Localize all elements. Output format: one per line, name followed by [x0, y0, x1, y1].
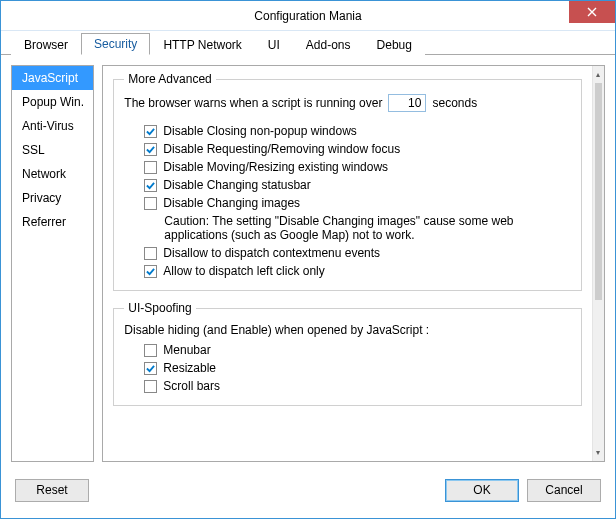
opt-disallow-contextmenu: Disallow to dispatch contextmenu events: [124, 244, 570, 262]
scroll-down-button[interactable]: ▾: [593, 444, 604, 461]
caution-text: Caution: The setting "Disable Changing i…: [124, 212, 570, 244]
opt-disable-images: Disable Changing images: [124, 194, 570, 212]
sidebar-item-javascript[interactable]: JavaScript: [12, 66, 93, 90]
opt-scrollbars: Scroll bars: [124, 377, 570, 395]
reset-button[interactable]: Reset: [15, 479, 89, 502]
footer: Reset OK Cancel: [1, 472, 615, 518]
opt-disable-moving: Disable Moving/Resizing existing windows: [124, 158, 570, 176]
spoof-desc: Disable hiding (and Enable) when opened …: [124, 321, 570, 341]
close-button[interactable]: [569, 1, 615, 23]
ok-button[interactable]: OK: [445, 479, 519, 502]
label-scrollbars: Scroll bars: [163, 379, 220, 393]
window-title: Configuration Mania: [254, 9, 361, 23]
opt-menubar: Menubar: [124, 341, 570, 359]
checkbox-disable-statusbar[interactable]: [144, 179, 157, 192]
sidebar-item-ssl[interactable]: SSL: [12, 138, 93, 162]
scroll-track[interactable]: [593, 83, 604, 444]
checkbox-disable-focus[interactable]: [144, 143, 157, 156]
sidebar: JavaScript Popup Win. Anti-Virus SSL Net…: [11, 65, 94, 462]
group-ui-spoofing: UI-Spoofing Disable hiding (and Enable) …: [113, 301, 581, 406]
label-resizable: Resizable: [163, 361, 216, 375]
tab-browser[interactable]: Browser: [11, 34, 81, 55]
scroll-thumb[interactable]: [595, 83, 602, 300]
warn-suffix: seconds: [432, 96, 477, 110]
checkbox-disable-images[interactable]: [144, 197, 157, 210]
label-disallow-contextmenu: Disallow to dispatch contextmenu events: [163, 246, 380, 260]
tab-addons[interactable]: Add-ons: [293, 34, 364, 55]
group-more-advanced: More Advanced The browser warns when a s…: [113, 72, 581, 291]
warn-row: The browser warns when a script is runni…: [124, 92, 570, 114]
label-disable-images: Disable Changing images: [163, 196, 300, 210]
tab-debug[interactable]: Debug: [364, 34, 425, 55]
tab-security[interactable]: Security: [81, 33, 150, 55]
scroll-up-button[interactable]: ▴: [593, 66, 604, 83]
sidebar-item-privacy[interactable]: Privacy: [12, 186, 93, 210]
legend-ui-spoofing: UI-Spoofing: [124, 301, 195, 315]
label-disable-statusbar: Disable Changing statusbar: [163, 178, 310, 192]
titlebar: Configuration Mania: [1, 1, 615, 31]
content-wrap: More Advanced The browser warns when a s…: [102, 65, 605, 462]
label-allow-leftclick: Allow to dispatch left click only: [163, 264, 324, 278]
body: JavaScript Popup Win. Anti-Virus SSL Net…: [1, 55, 615, 472]
sidebar-item-anti-virus[interactable]: Anti-Virus: [12, 114, 93, 138]
window: Configuration Mania Browser Security HTT…: [0, 0, 616, 519]
sidebar-item-network[interactable]: Network: [12, 162, 93, 186]
checkbox-scrollbars[interactable]: [144, 380, 157, 393]
opt-allow-leftclick: Allow to dispatch left click only: [124, 262, 570, 280]
chevron-up-icon: ▴: [596, 70, 600, 79]
opt-disable-statusbar: Disable Changing statusbar: [124, 176, 570, 194]
cancel-button[interactable]: Cancel: [527, 479, 601, 502]
label-menubar: Menubar: [163, 343, 210, 357]
legend-more-advanced: More Advanced: [124, 72, 215, 86]
content: More Advanced The browser warns when a s…: [103, 66, 591, 461]
scrollbar[interactable]: ▴ ▾: [592, 66, 604, 461]
checkbox-disable-moving[interactable]: [144, 161, 157, 174]
tab-ui[interactable]: UI: [255, 34, 293, 55]
sidebar-item-referrer[interactable]: Referrer: [12, 210, 93, 234]
sidebar-item-popup-win[interactable]: Popup Win.: [12, 90, 93, 114]
tab-http-network[interactable]: HTTP Network: [150, 34, 254, 55]
checkbox-disable-closing[interactable]: [144, 125, 157, 138]
chevron-down-icon: ▾: [596, 448, 600, 457]
warn-prefix: The browser warns when a script is runni…: [124, 96, 382, 110]
warn-seconds-input[interactable]: [388, 94, 426, 112]
checkbox-disallow-contextmenu[interactable]: [144, 247, 157, 260]
opt-disable-focus: Disable Requesting/Removing window focus: [124, 140, 570, 158]
close-icon: [587, 7, 597, 17]
tab-bar: Browser Security HTTP Network UI Add-ons…: [1, 31, 615, 55]
label-disable-focus: Disable Requesting/Removing window focus: [163, 142, 400, 156]
opt-resizable: Resizable: [124, 359, 570, 377]
opt-disable-closing: Disable Closing non-popup windows: [124, 122, 570, 140]
label-disable-moving: Disable Moving/Resizing existing windows: [163, 160, 388, 174]
checkbox-menubar[interactable]: [144, 344, 157, 357]
checkbox-allow-leftclick[interactable]: [144, 265, 157, 278]
checkbox-resizable[interactable]: [144, 362, 157, 375]
label-disable-closing: Disable Closing non-popup windows: [163, 124, 356, 138]
